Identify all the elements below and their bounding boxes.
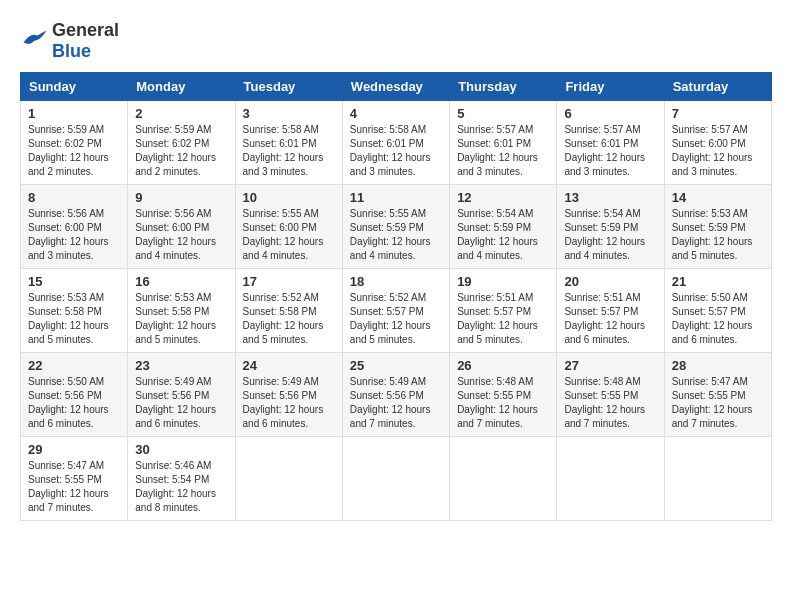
- page-header: General Blue: [20, 20, 772, 62]
- cell-content: Sunrise: 5:53 AM Sunset: 5:59 PM Dayligh…: [672, 207, 764, 263]
- calendar-cell: 12 Sunrise: 5:54 AM Sunset: 5:59 PM Dayl…: [450, 185, 557, 269]
- cell-content: Sunrise: 5:57 AM Sunset: 6:01 PM Dayligh…: [564, 123, 656, 179]
- weekday-header-row: SundayMondayTuesdayWednesdayThursdayFrid…: [21, 73, 772, 101]
- day-number: 22: [28, 358, 120, 373]
- logo-icon: [20, 28, 48, 54]
- calendar-cell: 21 Sunrise: 5:50 AM Sunset: 5:57 PM Dayl…: [664, 269, 771, 353]
- calendar-cell: 14 Sunrise: 5:53 AM Sunset: 5:59 PM Dayl…: [664, 185, 771, 269]
- day-number: 30: [135, 442, 227, 457]
- day-number: 4: [350, 106, 442, 121]
- logo-general: General: [52, 20, 119, 40]
- day-number: 9: [135, 190, 227, 205]
- calendar-cell: 7 Sunrise: 5:57 AM Sunset: 6:00 PM Dayli…: [664, 101, 771, 185]
- day-number: 16: [135, 274, 227, 289]
- cell-content: Sunrise: 5:50 AM Sunset: 5:56 PM Dayligh…: [28, 375, 120, 431]
- calendar-cell: 15 Sunrise: 5:53 AM Sunset: 5:58 PM Dayl…: [21, 269, 128, 353]
- weekday-header-sunday: Sunday: [21, 73, 128, 101]
- calendar-cell: [235, 437, 342, 521]
- day-number: 5: [457, 106, 549, 121]
- cell-content: Sunrise: 5:53 AM Sunset: 5:58 PM Dayligh…: [28, 291, 120, 347]
- calendar-cell: 25 Sunrise: 5:49 AM Sunset: 5:56 PM Dayl…: [342, 353, 449, 437]
- day-number: 19: [457, 274, 549, 289]
- cell-content: Sunrise: 5:59 AM Sunset: 6:02 PM Dayligh…: [28, 123, 120, 179]
- calendar-cell: 9 Sunrise: 5:56 AM Sunset: 6:00 PM Dayli…: [128, 185, 235, 269]
- calendar-cell: 23 Sunrise: 5:49 AM Sunset: 5:56 PM Dayl…: [128, 353, 235, 437]
- cell-content: Sunrise: 5:51 AM Sunset: 5:57 PM Dayligh…: [564, 291, 656, 347]
- day-number: 3: [243, 106, 335, 121]
- day-number: 14: [672, 190, 764, 205]
- cell-content: Sunrise: 5:49 AM Sunset: 5:56 PM Dayligh…: [350, 375, 442, 431]
- day-number: 8: [28, 190, 120, 205]
- weekday-header-tuesday: Tuesday: [235, 73, 342, 101]
- day-number: 28: [672, 358, 764, 373]
- weekday-header-wednesday: Wednesday: [342, 73, 449, 101]
- cell-content: Sunrise: 5:46 AM Sunset: 5:54 PM Dayligh…: [135, 459, 227, 515]
- day-number: 12: [457, 190, 549, 205]
- cell-content: Sunrise: 5:55 AM Sunset: 5:59 PM Dayligh…: [350, 207, 442, 263]
- cell-content: Sunrise: 5:51 AM Sunset: 5:57 PM Dayligh…: [457, 291, 549, 347]
- calendar-cell: 4 Sunrise: 5:58 AM Sunset: 6:01 PM Dayli…: [342, 101, 449, 185]
- weekday-header-monday: Monday: [128, 73, 235, 101]
- day-number: 20: [564, 274, 656, 289]
- weekday-header-friday: Friday: [557, 73, 664, 101]
- cell-content: Sunrise: 5:57 AM Sunset: 6:01 PM Dayligh…: [457, 123, 549, 179]
- cell-content: Sunrise: 5:53 AM Sunset: 5:58 PM Dayligh…: [135, 291, 227, 347]
- calendar-cell: 13 Sunrise: 5:54 AM Sunset: 5:59 PM Dayl…: [557, 185, 664, 269]
- calendar-cell: 8 Sunrise: 5:56 AM Sunset: 6:00 PM Dayli…: [21, 185, 128, 269]
- calendar-cell: 29 Sunrise: 5:47 AM Sunset: 5:55 PM Dayl…: [21, 437, 128, 521]
- calendar-cell: 3 Sunrise: 5:58 AM Sunset: 6:01 PM Dayli…: [235, 101, 342, 185]
- day-number: 21: [672, 274, 764, 289]
- calendar-cell: 18 Sunrise: 5:52 AM Sunset: 5:57 PM Dayl…: [342, 269, 449, 353]
- day-number: 10: [243, 190, 335, 205]
- weekday-header-thursday: Thursday: [450, 73, 557, 101]
- calendar-cell: 11 Sunrise: 5:55 AM Sunset: 5:59 PM Dayl…: [342, 185, 449, 269]
- cell-content: Sunrise: 5:48 AM Sunset: 5:55 PM Dayligh…: [564, 375, 656, 431]
- cell-content: Sunrise: 5:58 AM Sunset: 6:01 PM Dayligh…: [243, 123, 335, 179]
- week-row-5: 29 Sunrise: 5:47 AM Sunset: 5:55 PM Dayl…: [21, 437, 772, 521]
- calendar-cell: 17 Sunrise: 5:52 AM Sunset: 5:58 PM Dayl…: [235, 269, 342, 353]
- cell-content: Sunrise: 5:49 AM Sunset: 5:56 PM Dayligh…: [243, 375, 335, 431]
- calendar-cell: 30 Sunrise: 5:46 AM Sunset: 5:54 PM Dayl…: [128, 437, 235, 521]
- cell-content: Sunrise: 5:55 AM Sunset: 6:00 PM Dayligh…: [243, 207, 335, 263]
- calendar-cell: 19 Sunrise: 5:51 AM Sunset: 5:57 PM Dayl…: [450, 269, 557, 353]
- day-number: 24: [243, 358, 335, 373]
- logo: General Blue: [20, 20, 119, 62]
- cell-content: Sunrise: 5:54 AM Sunset: 5:59 PM Dayligh…: [564, 207, 656, 263]
- day-number: 23: [135, 358, 227, 373]
- cell-content: Sunrise: 5:48 AM Sunset: 5:55 PM Dayligh…: [457, 375, 549, 431]
- week-row-3: 15 Sunrise: 5:53 AM Sunset: 5:58 PM Dayl…: [21, 269, 772, 353]
- calendar-cell: 27 Sunrise: 5:48 AM Sunset: 5:55 PM Dayl…: [557, 353, 664, 437]
- calendar-cell: 26 Sunrise: 5:48 AM Sunset: 5:55 PM Dayl…: [450, 353, 557, 437]
- cell-content: Sunrise: 5:47 AM Sunset: 5:55 PM Dayligh…: [28, 459, 120, 515]
- calendar-cell: 6 Sunrise: 5:57 AM Sunset: 6:01 PM Dayli…: [557, 101, 664, 185]
- calendar-table: SundayMondayTuesdayWednesdayThursdayFrid…: [20, 72, 772, 521]
- calendar-cell: [664, 437, 771, 521]
- cell-content: Sunrise: 5:52 AM Sunset: 5:57 PM Dayligh…: [350, 291, 442, 347]
- day-number: 18: [350, 274, 442, 289]
- calendar-cell: 10 Sunrise: 5:55 AM Sunset: 6:00 PM Dayl…: [235, 185, 342, 269]
- day-number: 11: [350, 190, 442, 205]
- calendar-cell: [557, 437, 664, 521]
- cell-content: Sunrise: 5:52 AM Sunset: 5:58 PM Dayligh…: [243, 291, 335, 347]
- day-number: 26: [457, 358, 549, 373]
- cell-content: Sunrise: 5:54 AM Sunset: 5:59 PM Dayligh…: [457, 207, 549, 263]
- calendar-cell: [342, 437, 449, 521]
- calendar-cell: 5 Sunrise: 5:57 AM Sunset: 6:01 PM Dayli…: [450, 101, 557, 185]
- cell-content: Sunrise: 5:50 AM Sunset: 5:57 PM Dayligh…: [672, 291, 764, 347]
- calendar-cell: 28 Sunrise: 5:47 AM Sunset: 5:55 PM Dayl…: [664, 353, 771, 437]
- week-row-2: 8 Sunrise: 5:56 AM Sunset: 6:00 PM Dayli…: [21, 185, 772, 269]
- calendar-cell: 20 Sunrise: 5:51 AM Sunset: 5:57 PM Dayl…: [557, 269, 664, 353]
- day-number: 17: [243, 274, 335, 289]
- week-row-1: 1 Sunrise: 5:59 AM Sunset: 6:02 PM Dayli…: [21, 101, 772, 185]
- cell-content: Sunrise: 5:57 AM Sunset: 6:00 PM Dayligh…: [672, 123, 764, 179]
- cell-content: Sunrise: 5:47 AM Sunset: 5:55 PM Dayligh…: [672, 375, 764, 431]
- calendar-body: 1 Sunrise: 5:59 AM Sunset: 6:02 PM Dayli…: [21, 101, 772, 521]
- cell-content: Sunrise: 5:58 AM Sunset: 6:01 PM Dayligh…: [350, 123, 442, 179]
- calendar-cell: 16 Sunrise: 5:53 AM Sunset: 5:58 PM Dayl…: [128, 269, 235, 353]
- calendar-cell: [450, 437, 557, 521]
- calendar-cell: 22 Sunrise: 5:50 AM Sunset: 5:56 PM Dayl…: [21, 353, 128, 437]
- day-number: 15: [28, 274, 120, 289]
- cell-content: Sunrise: 5:59 AM Sunset: 6:02 PM Dayligh…: [135, 123, 227, 179]
- calendar-cell: 2 Sunrise: 5:59 AM Sunset: 6:02 PM Dayli…: [128, 101, 235, 185]
- week-row-4: 22 Sunrise: 5:50 AM Sunset: 5:56 PM Dayl…: [21, 353, 772, 437]
